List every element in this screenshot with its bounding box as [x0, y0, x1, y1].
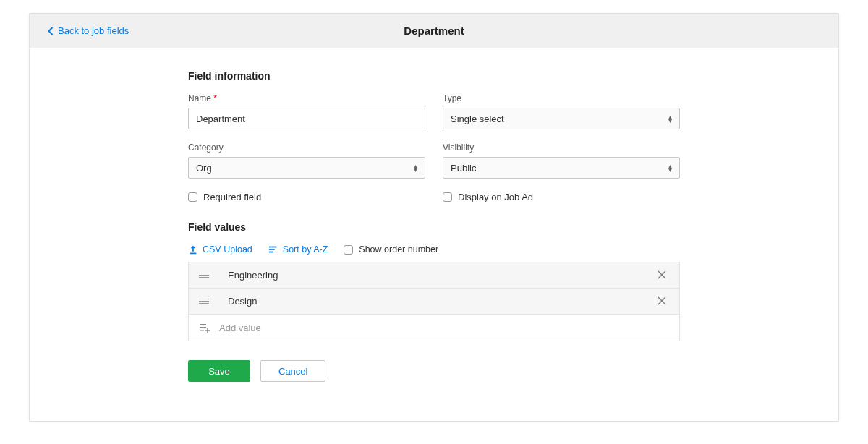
csv-upload-label: CSV Upload: [203, 244, 252, 255]
values-toolbar: CSV Upload Sort by A-Z Show order number: [188, 244, 680, 255]
add-value-placeholder: Add value: [219, 323, 261, 333]
display-checkbox-row: Display on Job Ad: [443, 192, 680, 202]
page-title: Department: [404, 25, 464, 37]
svg-rect-2: [269, 252, 273, 253]
value-row: Engineering: [189, 262, 679, 289]
csv-upload-button[interactable]: CSV Upload: [188, 244, 252, 255]
add-value-row[interactable]: Add value: [189, 315, 679, 341]
type-field: Type Single select ▴▾: [443, 93, 680, 129]
back-link-label: Back to job fields: [58, 25, 129, 36]
select-arrows-icon: ▴▾: [668, 115, 672, 122]
visibility-select[interactable]: Public ▴▾: [443, 157, 680, 179]
button-row: Save Cancel: [188, 360, 680, 382]
sort-label: Sort by A-Z: [283, 244, 328, 255]
order-checkbox-label: Show order number: [359, 244, 438, 255]
order-checkbox[interactable]: [344, 245, 353, 255]
field-info-grid: Name * Department Type Single select ▴▾ …: [188, 93, 680, 202]
type-label: Type: [443, 93, 680, 103]
required-checkbox[interactable]: [188, 192, 197, 202]
name-field: Name * Department: [188, 93, 425, 129]
svg-rect-3: [200, 324, 206, 325]
close-icon: [658, 296, 666, 305]
name-label: Name *: [188, 93, 425, 103]
required-checkbox-label: Required field: [203, 192, 261, 202]
delete-value-button[interactable]: [655, 269, 669, 282]
page-panel: Back to job fields Department Field info…: [29, 13, 839, 422]
name-input[interactable]: Department: [188, 108, 425, 129]
delete-value-button[interactable]: [655, 295, 669, 308]
category-label: Category: [188, 142, 425, 153]
value-row: Design: [189, 289, 679, 315]
category-field: Category Org ▴▾: [188, 142, 425, 179]
field-values-section: Field values CSV Upload Sort by A-Z: [188, 221, 680, 341]
select-arrows-icon: ▴▾: [668, 164, 672, 171]
sort-button[interactable]: Sort by A-Z: [268, 244, 328, 255]
visibility-label: Visibility: [443, 142, 680, 153]
display-checkbox-label: Display on Job Ad: [458, 192, 533, 202]
field-info-heading: Field information: [188, 70, 680, 82]
topbar: Back to job fields Department: [30, 14, 838, 48]
drag-handle-icon[interactable]: [199, 273, 212, 278]
svg-rect-5: [200, 330, 204, 331]
required-asterisk: *: [213, 93, 217, 103]
display-checkbox[interactable]: [443, 192, 452, 202]
order-checkbox-row: Show order number: [344, 244, 438, 255]
required-checkbox-row: Required field: [188, 192, 425, 202]
save-button[interactable]: Save: [188, 360, 250, 382]
content: Field information Name * Department Type…: [188, 48, 680, 382]
add-list-icon: [199, 323, 212, 333]
upload-icon: [188, 244, 198, 255]
close-icon: [658, 270, 666, 279]
values-list: Engineering Design: [188, 262, 680, 341]
chevron-left-icon: [47, 27, 54, 35]
cancel-button[interactable]: Cancel: [260, 360, 326, 382]
svg-rect-0: [269, 247, 277, 248]
svg-rect-4: [200, 327, 206, 328]
svg-rect-1: [269, 249, 275, 250]
value-label: Engineering: [228, 270, 655, 281]
sort-icon: [268, 244, 278, 255]
drag-handle-icon[interactable]: [199, 299, 212, 304]
select-arrows-icon: ▴▾: [414, 164, 417, 171]
back-link[interactable]: Back to job fields: [30, 25, 129, 36]
field-values-heading: Field values: [188, 221, 680, 233]
visibility-field: Visibility Public ▴▾: [443, 142, 680, 179]
value-label: Design: [228, 296, 655, 307]
category-select[interactable]: Org ▴▾: [188, 157, 425, 179]
type-select[interactable]: Single select ▴▾: [443, 108, 680, 129]
